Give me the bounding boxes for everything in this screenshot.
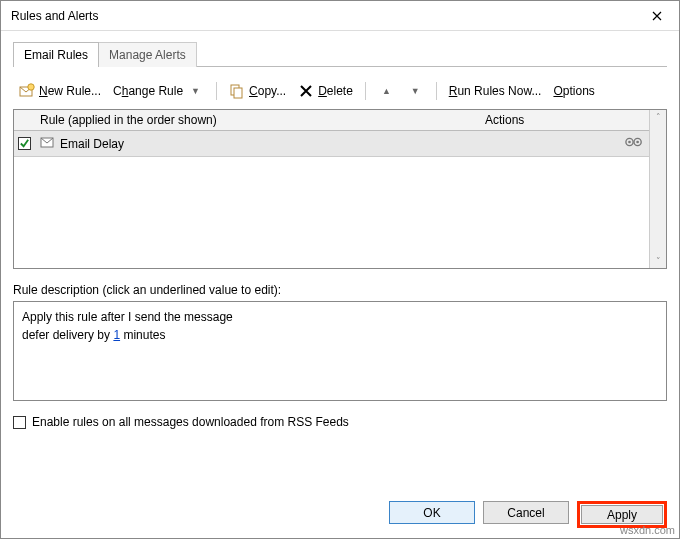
rule-checkbox[interactable] [18, 137, 31, 150]
description-box: Apply this rule after I send the message… [13, 301, 667, 401]
rule-type-icon [40, 135, 54, 152]
grid-scrollbar[interactable]: ˄ ˅ [649, 110, 666, 268]
new-rule-icon [19, 83, 35, 99]
move-up-button[interactable]: ▲ [374, 84, 399, 98]
description-line1: Apply this rule after I send the message [22, 308, 658, 326]
cancel-button[interactable]: Cancel [483, 501, 569, 524]
new-rule-label-u: N [39, 84, 48, 98]
svg-point-1 [28, 84, 34, 90]
dropdown-icon: ▼ [187, 86, 204, 96]
move-down-button[interactable]: ▼ [403, 84, 428, 98]
close-icon [652, 11, 662, 21]
separator [436, 82, 437, 100]
separator [216, 82, 217, 100]
tab-manage-alerts[interactable]: Manage Alerts [98, 42, 197, 67]
tabs: Email Rules Manage Alerts [13, 41, 667, 67]
col-rule[interactable]: Rule (applied in the order shown) [34, 110, 479, 130]
grid-header: Rule (applied in the order shown) Action… [14, 110, 649, 131]
apply-button[interactable]: Apply [581, 505, 663, 524]
titlebar: Rules and Alerts [1, 1, 679, 31]
delete-button[interactable]: Delete [294, 81, 357, 101]
close-button[interactable] [635, 1, 679, 31]
options-label: Options [553, 84, 594, 98]
col-actions[interactable]: Actions [479, 110, 649, 130]
copy-label: Copy... [249, 84, 286, 98]
triangle-up-icon: ▲ [378, 86, 395, 96]
new-rule-label: ew Rule... [48, 84, 101, 98]
svg-point-8 [636, 141, 639, 144]
rss-checkbox[interactable] [13, 416, 26, 429]
tab-email-rules[interactable]: Email Rules [13, 42, 99, 67]
rules-and-alerts-dialog: Rules and Alerts Email Rules Manage Aler… [0, 0, 680, 539]
copy-icon [229, 83, 245, 99]
change-rule-label: Change Rule [113, 84, 183, 98]
watermark: wsxdn.com [620, 524, 675, 536]
run-rules-label: Run Rules Now... [449, 84, 542, 98]
window-title: Rules and Alerts [11, 9, 98, 23]
toolbar: New Rule... Change Rule ▼ Copy... [13, 77, 667, 109]
description-label: Rule description (click an underlined va… [13, 283, 667, 297]
check-icon [19, 138, 30, 149]
new-rule-button[interactable]: New Rule... [15, 81, 105, 101]
run-rules-button[interactable]: Run Rules Now... [445, 82, 546, 100]
scroll-down-icon: ˅ [656, 256, 661, 266]
ok-button[interactable]: OK [389, 501, 475, 524]
rss-label: Enable rules on all messages downloaded … [32, 415, 349, 429]
rule-row[interactable]: Email Delay [14, 131, 649, 157]
delete-icon [298, 83, 314, 99]
delete-label: Delete [318, 84, 353, 98]
separator [365, 82, 366, 100]
svg-point-6 [628, 141, 631, 144]
change-rule-button[interactable]: Change Rule ▼ [109, 82, 208, 100]
triangle-down-icon: ▼ [407, 86, 424, 96]
description-line2: defer delivery by 1 minutes [22, 326, 658, 344]
rule-name: Email Delay [60, 137, 124, 151]
options-button[interactable]: Options [549, 82, 598, 100]
scroll-up-icon: ˄ [656, 112, 661, 122]
rss-checkbox-row: Enable rules on all messages downloaded … [13, 415, 667, 429]
svg-rect-3 [234, 88, 242, 98]
rules-grid: Rule (applied in the order shown) Action… [13, 109, 667, 269]
copy-button[interactable]: Copy... [225, 81, 290, 101]
rule-action-icon [625, 135, 643, 152]
